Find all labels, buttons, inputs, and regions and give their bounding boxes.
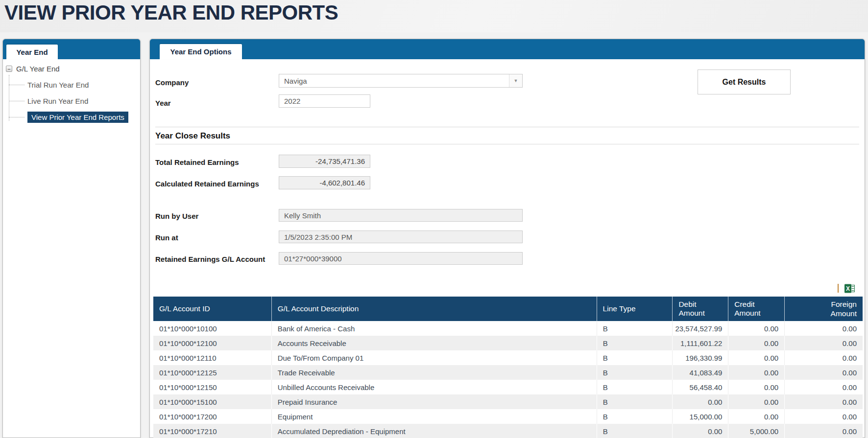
table-row[interactable]: 01*10*000*17210Accumulated Deprediation … xyxy=(153,424,863,438)
table-cell: 0.00 xyxy=(784,350,863,365)
table-cell: 0.00 xyxy=(728,365,784,380)
table-cell: B xyxy=(597,424,673,438)
table-cell: 196,330.99 xyxy=(672,350,728,365)
table-cell: 0.00 xyxy=(728,321,784,336)
run-by-user-label: Run by User xyxy=(155,212,198,220)
year-end-tree: − G/L Year End Trial Run Year EndLive Ru… xyxy=(3,59,140,438)
table-cell: 0.00 xyxy=(728,336,784,350)
retained-gl-account-label: Retained Earnings G/L Account xyxy=(155,255,265,263)
table-cell: 01*10*000*17210 xyxy=(153,424,271,438)
table-row[interactable]: 01*10*000*17200EquipmentB15,000.000.000.… xyxy=(153,409,863,424)
excel-export-icon[interactable]: X xyxy=(844,283,855,294)
column-header[interactable]: Line Type xyxy=(597,297,673,321)
column-header[interactable]: G/L Account ID xyxy=(153,297,271,321)
table-row[interactable]: 01*10*000*12110Due To/From Company 01B19… xyxy=(153,350,863,365)
tree-item[interactable]: Live Run Year End xyxy=(3,93,140,109)
tree-item[interactable]: Trial Run Year End xyxy=(3,77,140,93)
table-cell: B xyxy=(597,321,673,336)
table-cell: 0.00 xyxy=(784,394,863,409)
table-cell: 56,458.40 xyxy=(672,380,728,394)
run-at-field[interactable]: 1/5/2023 2:35:00 PM xyxy=(279,231,523,243)
year-end-panel: Year End − G/L Year End Trial Run Year E… xyxy=(2,39,141,438)
tab-year-end-label: Year End xyxy=(16,48,48,56)
tab-year-end[interactable]: Year End xyxy=(6,45,58,59)
tree-item-label: View Prior Year End Reports xyxy=(27,112,128,123)
grid-header-row: G/L Account IDG/L Account DescriptionLin… xyxy=(153,297,863,321)
table-cell: 01*10*000*17200 xyxy=(153,409,271,424)
table-cell: 15,000.00 xyxy=(672,409,728,424)
company-value: Naviga xyxy=(279,77,509,85)
tree-node-gl-year-end[interactable]: − G/L Year End xyxy=(6,65,60,73)
table-cell: 0.00 xyxy=(784,409,863,424)
table-cell: 0.00 xyxy=(784,424,863,438)
total-retained-label: Total Retained Earnings xyxy=(155,158,239,166)
table-cell: 01*10*000*12100 xyxy=(153,336,271,350)
retained-gl-account-field[interactable]: 01*27*000*39000 xyxy=(279,252,523,265)
table-cell: B xyxy=(597,336,673,350)
table-cell: Bank of America - Cash xyxy=(271,321,597,336)
tree-item-label: Live Run Year End xyxy=(27,97,88,105)
grid-body: 01*10*000*10100Bank of America - CashB23… xyxy=(153,321,863,438)
table-cell: 1,111,601.22 xyxy=(672,336,728,350)
column-header[interactable]: Credit Amount xyxy=(728,297,784,321)
toolbar-separator xyxy=(838,284,839,293)
table-cell: Due To/From Company 01 xyxy=(271,350,597,365)
table-cell: 01*10*000*10100 xyxy=(153,321,271,336)
column-header[interactable]: Foreign Amount xyxy=(784,297,863,321)
sidebar-header-bar: Year End xyxy=(3,39,140,59)
table-cell: Equipment xyxy=(271,409,597,424)
get-results-button[interactable]: Get Results xyxy=(698,69,791,94)
table-cell: 01*10*000*12125 xyxy=(153,365,271,380)
table-cell: 0.00 xyxy=(784,336,863,350)
company-dropdown[interactable]: Naviga ▼ xyxy=(279,74,523,88)
table-cell: 0.00 xyxy=(728,394,784,409)
table-cell: B xyxy=(597,365,673,380)
table-cell: 5,000.00 xyxy=(728,424,784,438)
column-header[interactable]: G/L Account Description xyxy=(271,297,597,321)
tree-children: Trial Run Year EndLive Run Year EndView … xyxy=(3,77,140,125)
table-row[interactable]: 01*10*000*12125Trade ReceivableB41,083.4… xyxy=(153,365,863,380)
table-cell: B xyxy=(597,409,673,424)
year-end-options-panel: Year End Options Company Naviga ▼ Year 2… xyxy=(149,39,865,438)
table-cell: 0.00 xyxy=(672,424,728,438)
table-cell: 01*10*000*15100 xyxy=(153,394,271,409)
table-cell: 0.00 xyxy=(728,350,784,365)
table-cell: 0.00 xyxy=(784,321,863,336)
table-cell: 41,083.49 xyxy=(672,365,728,380)
table-cell: 0.00 xyxy=(784,380,863,394)
total-retained-field[interactable]: -24,735,471.36 xyxy=(279,155,370,168)
section-divider-top xyxy=(155,127,859,127)
chevron-down-icon[interactable]: ▼ xyxy=(509,74,522,87)
table-row[interactable]: 01*10*000*12100Accounts ReceivableB1,111… xyxy=(153,336,863,350)
year-label: Year xyxy=(155,99,171,107)
table-cell: 0.00 xyxy=(784,365,863,380)
tree-root-label: G/L Year End xyxy=(16,65,60,73)
collapse-icon[interactable]: − xyxy=(6,66,12,72)
section-divider-bottom xyxy=(155,144,859,144)
table-row[interactable]: 01*10*000*12150Unbilled Accounts Receiva… xyxy=(153,380,863,394)
tree-item[interactable]: View Prior Year End Reports xyxy=(3,109,140,125)
table-cell: B xyxy=(597,380,673,394)
table-cell: 23,574,527.99 xyxy=(672,321,728,336)
calculated-retained-label: Calculated Retained Earnings xyxy=(155,180,259,188)
table-row[interactable]: 01*10*000*10100Bank of America - CashB23… xyxy=(153,321,863,336)
table-row[interactable]: 01*10*000*15100Prepaid InsuranceB0.000.0… xyxy=(153,394,863,409)
year-close-results-title: Year Close Results xyxy=(155,131,230,141)
results-grid: G/L Account IDG/L Account DescriptionLin… xyxy=(153,297,863,438)
table-cell: Unbilled Accounts Receivable xyxy=(271,380,597,394)
table-cell: 0.00 xyxy=(672,394,728,409)
table-cell: B xyxy=(597,394,673,409)
column-header[interactable]: Debit Amount xyxy=(672,297,728,321)
run-by-user-field[interactable]: Kelly Smith xyxy=(279,209,523,222)
table-cell: 01*10*000*12110 xyxy=(153,350,271,365)
year-input[interactable]: 2022 xyxy=(279,94,370,108)
page-title: VIEW PRIOR YEAR END REPORTS xyxy=(4,1,338,24)
table-cell: 0.00 xyxy=(728,409,784,424)
table-cell: B xyxy=(597,350,673,365)
tree-item-label: Trial Run Year End xyxy=(27,81,89,89)
table-cell: Prepaid Insurance xyxy=(271,394,597,409)
calculated-retained-field[interactable]: -4,602,801.46 xyxy=(279,176,370,189)
grid-toolbar: X xyxy=(153,280,863,297)
table-cell: Accumulated Deprediation - Equipment xyxy=(271,424,597,438)
table-cell: 0.00 xyxy=(728,380,784,394)
